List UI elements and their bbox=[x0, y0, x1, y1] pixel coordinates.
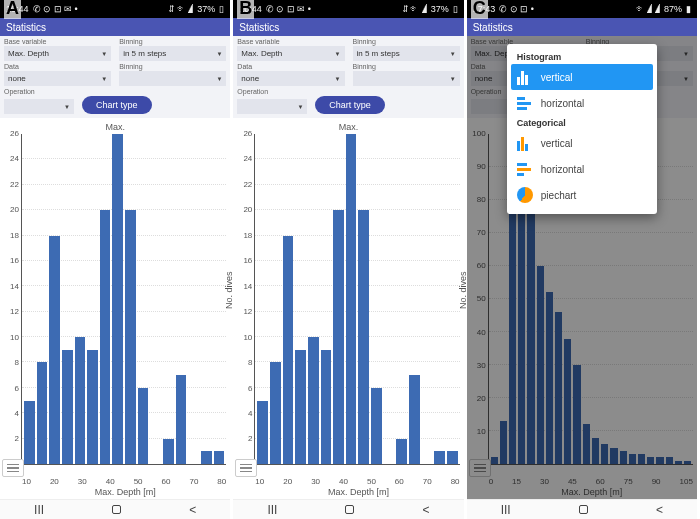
bars bbox=[255, 134, 459, 464]
nav-bar: III < bbox=[233, 499, 463, 519]
bar bbox=[333, 210, 344, 464]
panel-b: B 10:44✆ ⊙ ⊡ ✉ • ⇵ ᯤ ◢37%▯ Statistics Ba… bbox=[233, 0, 466, 519]
nav-home-icon[interactable] bbox=[579, 505, 588, 514]
popup-item-piechart[interactable]: piechart bbox=[507, 182, 657, 208]
chart-type-button[interactable]: Chart type bbox=[82, 96, 152, 114]
base-var-dropdown[interactable]: Max. Depth bbox=[4, 46, 111, 61]
x-axis-label: Max. Depth [m] bbox=[235, 487, 461, 497]
y-axis-label: No. dives bbox=[224, 271, 234, 309]
bar bbox=[37, 362, 48, 464]
bar bbox=[176, 375, 187, 464]
bar bbox=[62, 350, 73, 464]
status-bar: 10:44✆ ⊙ ⊡ ✉ • ⇵ ᯤ ◢37%▯ bbox=[0, 0, 230, 18]
popup-item-cat-horizontal[interactable]: horizontal bbox=[507, 156, 657, 182]
popup-section-categorical: Categorical bbox=[507, 116, 657, 130]
cat-vertical-icon bbox=[517, 135, 533, 151]
binning-dropdown[interactable]: in 5 m steps bbox=[353, 46, 460, 61]
data-binning-label: Binning bbox=[119, 63, 226, 70]
data-label: Data bbox=[4, 63, 111, 70]
piechart-icon bbox=[517, 187, 533, 203]
bar bbox=[257, 401, 268, 464]
popup-item-hist-horizontal[interactable]: horizontal bbox=[507, 90, 657, 116]
data-binning-dropdown[interactable] bbox=[353, 71, 460, 86]
bar bbox=[295, 350, 306, 464]
chart-menu-icon[interactable] bbox=[2, 459, 24, 477]
bar bbox=[283, 236, 294, 464]
chart-wrap: Max. No. dives 26242220181614121086420 1… bbox=[0, 118, 230, 499]
bar bbox=[371, 388, 382, 464]
popup-section-histogram: Histogram bbox=[507, 50, 657, 64]
panel-c: C 17:43✆ ⊙ ⊡ • ᯤ ◢ ◢87%▮ Statistics Base… bbox=[467, 0, 700, 519]
binning-dropdown[interactable]: in 5 m steps bbox=[119, 46, 226, 61]
status-bar: 17:43✆ ⊙ ⊡ • ᯤ ◢ ◢87%▮ bbox=[467, 0, 697, 18]
chart-wrap: Max. No. dives 26242220181614121086420 1… bbox=[233, 118, 463, 499]
y-axis: 26242220181614121086420 bbox=[2, 134, 22, 477]
operation-dropdown[interactable] bbox=[4, 99, 74, 114]
nav-back-icon[interactable]: < bbox=[656, 503, 663, 517]
bar bbox=[358, 210, 369, 464]
status-bar: 10:44✆ ⊙ ⊡ ✉ • ⇵ ᯤ ◢37%▯ bbox=[233, 0, 463, 18]
popup-item-hist-vertical[interactable]: vertical bbox=[511, 64, 653, 90]
y-axis: 26242220181614121086420 bbox=[235, 134, 255, 477]
horizontal-bars-icon bbox=[517, 95, 533, 111]
bar bbox=[321, 350, 332, 464]
chart-type-popup: Histogram vertical horizontal Categorica… bbox=[507, 44, 657, 214]
base-var-label: Base variable bbox=[4, 38, 111, 45]
chart-type-button[interactable]: Chart type bbox=[315, 96, 385, 114]
popup-item-cat-vertical[interactable]: vertical bbox=[507, 130, 657, 156]
bar bbox=[270, 362, 281, 464]
nav-back-icon[interactable]: < bbox=[423, 503, 430, 517]
nav-home-icon[interactable] bbox=[112, 505, 121, 514]
x-axis: 1020304050607080 bbox=[2, 477, 228, 486]
panel-a: A 10:44✆ ⊙ ⊡ ✉ • ⇵ ᯤ ◢37%▯ Statistics Ba… bbox=[0, 0, 233, 519]
operation-dropdown[interactable] bbox=[237, 99, 307, 114]
data-dropdown[interactable]: none bbox=[237, 71, 344, 86]
nav-home-icon[interactable] bbox=[345, 505, 354, 514]
bar bbox=[24, 401, 35, 464]
chart-menu-icon[interactable] bbox=[235, 459, 257, 477]
base-var-dropdown[interactable]: Max. Depth bbox=[237, 46, 344, 61]
nav-back-icon[interactable]: < bbox=[189, 503, 196, 517]
bar bbox=[112, 134, 123, 464]
signal-icons: ᯤ ◢ ◢ bbox=[636, 4, 660, 14]
nav-bar: III < bbox=[467, 499, 697, 519]
panel-letter: B bbox=[237, 0, 254, 19]
appbar-title: Statistics bbox=[6, 22, 46, 33]
bar bbox=[100, 210, 111, 464]
plot-area[interactable] bbox=[22, 134, 226, 465]
bar bbox=[201, 451, 212, 464]
app-bar: Statistics bbox=[0, 18, 230, 36]
bar bbox=[163, 439, 174, 464]
controls-area: Base variableMax. Depth Binningin 5 m st… bbox=[233, 36, 463, 118]
battery-icon: ▯ bbox=[219, 4, 224, 14]
bar bbox=[214, 451, 225, 464]
bar bbox=[49, 236, 60, 464]
panel-letter: A bbox=[4, 0, 21, 19]
y-axis-label: No. dives bbox=[0, 271, 1, 309]
bar bbox=[75, 337, 86, 464]
bar bbox=[396, 439, 407, 464]
bar bbox=[138, 388, 149, 464]
x-axis-label: Max. Depth [m] bbox=[2, 487, 228, 497]
operation-label: Operation bbox=[4, 88, 226, 95]
data-binning-dropdown[interactable] bbox=[119, 71, 226, 86]
panel-letter: C bbox=[471, 0, 488, 19]
bar bbox=[447, 451, 458, 464]
app-bar: Statistics bbox=[233, 18, 463, 36]
plot-area[interactable] bbox=[255, 134, 459, 465]
data-dropdown[interactable]: none bbox=[4, 71, 111, 86]
chart-title: Max. bbox=[2, 122, 228, 132]
battery-icon: ▮ bbox=[686, 4, 691, 14]
appbar-title: Statistics bbox=[239, 22, 279, 33]
notif-icons: ✆ ⊙ ⊡ ✉ • bbox=[33, 4, 78, 14]
nav-recent-icon[interactable]: III bbox=[267, 503, 277, 517]
appbar-title: Statistics bbox=[473, 22, 513, 33]
notif-icons: ✆ ⊙ ⊡ • bbox=[499, 4, 534, 14]
controls-area: Base variableMax. Depth Binningin 5 m st… bbox=[0, 36, 230, 118]
nav-recent-icon[interactable]: III bbox=[34, 503, 44, 517]
bar bbox=[346, 134, 357, 464]
nav-bar: III < bbox=[0, 499, 230, 519]
nav-recent-icon[interactable]: III bbox=[501, 503, 511, 517]
bar bbox=[87, 350, 98, 464]
battery-pct: 37% bbox=[431, 4, 449, 14]
